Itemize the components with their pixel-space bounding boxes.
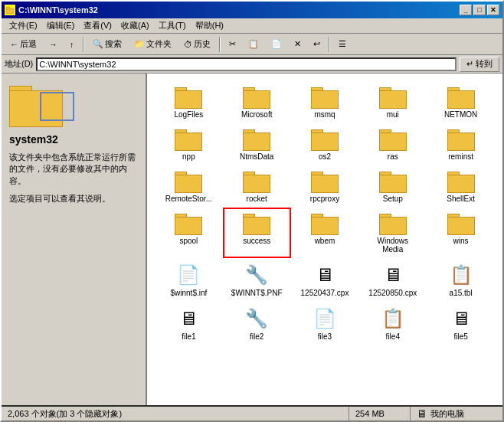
close-button[interactable]: ✕ [487, 5, 499, 15]
file-label: 12520437.cpx [301, 289, 349, 297]
file-item[interactable]: reminst [428, 125, 493, 164]
go-button[interactable]: ↵ 转到 [460, 57, 499, 72]
window-title: C:\WINNT\system32 [18, 5, 98, 15]
file-label: reminst [448, 152, 473, 161]
file-item[interactable]: 🔧 file2 [224, 303, 290, 344]
file-label: LogFiles [174, 110, 203, 119]
folder-large-icon [9, 81, 70, 127]
address-field[interactable]: C:\WINNT\system32 [36, 57, 457, 71]
file-item[interactable]: 🖥 12520850.cpx [360, 260, 425, 300]
up-button[interactable]: ↑ [64, 36, 80, 53]
file-item[interactable]: 📋 file4 [360, 303, 425, 344]
file-item[interactable]: rpcproxy [293, 167, 358, 206]
file-label: file5 [453, 332, 467, 341]
file-item[interactable]: Microsoft [224, 83, 290, 122]
folder-icon-small [175, 128, 202, 151]
folder-icon-small [243, 86, 270, 109]
file-item[interactable]: LogFiles [156, 83, 221, 122]
file-label: npp [182, 152, 195, 161]
back-button[interactable]: ← 后退 [5, 36, 42, 53]
file-label: msmq [314, 110, 335, 119]
folders-label: 文件夹 [146, 38, 172, 50]
history-button[interactable]: ⏱ 历史 [178, 36, 216, 53]
file-label: rpcproxy [310, 195, 339, 203]
menu-view[interactable]: 查看(V) [79, 18, 116, 33]
folder-icon-small [447, 212, 475, 235]
status-bar: 2,063 个对象(加 3 个隐藏对象) 254 MB 🖥 我的电脑 [2, 405, 502, 420]
folder-icon-small [243, 212, 270, 235]
file-item[interactable]: NtmsData [224, 125, 290, 164]
search-button[interactable]: 🔍 搜索 [87, 36, 127, 53]
copy-button[interactable]: 📋 [243, 36, 264, 53]
paste-button[interactable]: 📄 [266, 36, 287, 53]
folder-icon-small [311, 212, 339, 235]
file-item[interactable]: wins [428, 209, 493, 257]
status-count: 2,063 个对象(加 3 个隐藏对象) [2, 407, 349, 420]
menu-favorites[interactable]: 收藏(A) [116, 18, 154, 33]
file-item[interactable]: wbem [293, 209, 358, 257]
menu-tools[interactable]: 工具(T) [154, 18, 191, 33]
file-label: NtmsData [240, 152, 273, 161]
up-icon: ↑ [70, 40, 74, 49]
file-item[interactable]: os2 [293, 125, 358, 164]
folder-icon-small [175, 170, 202, 193]
file-area[interactable]: LogFiles Microsoft msmq mui [147, 74, 502, 405]
folder-icon-small [447, 128, 475, 151]
file-label: Microsoft [241, 110, 273, 119]
file-item[interactable]: rocket [224, 167, 290, 206]
file-item[interactable]: Setup [360, 167, 425, 206]
delete-button[interactable]: ✕ [289, 36, 306, 53]
address-bar: 地址(D) C:\WINNT\system32 ↵ 转到 [2, 55, 502, 74]
file-item[interactable]: NETMON [428, 83, 493, 122]
forward-button[interactable]: → [44, 36, 63, 53]
file-item[interactable]: npp [156, 125, 221, 164]
folders-button[interactable]: 📁 文件夹 [129, 36, 177, 53]
file-label: wbem [315, 237, 335, 245]
undo-button[interactable]: ↩ [308, 36, 326, 53]
file-item[interactable]: mui [360, 83, 425, 122]
file-label: 12520850.cpx [368, 289, 417, 297]
title-bar: C:\WINNT\system32 _ □ ✕ [2, 2, 502, 18]
file-item[interactable]: 🔧 $WINNT$.PNF [224, 260, 290, 300]
file-item[interactable]: success [224, 209, 290, 257]
file-item[interactable]: msmq [293, 83, 358, 122]
file-label: success [243, 237, 270, 245]
file-item[interactable]: ShellExt [428, 167, 493, 206]
file-label: Setup [383, 195, 403, 203]
file-label: os2 [319, 152, 331, 161]
folder-icon-small [243, 170, 270, 193]
menu-edit[interactable]: 编辑(E) [42, 18, 80, 33]
go-arrow-icon: ↵ [466, 59, 473, 68]
views-button[interactable]: ☰ [333, 36, 352, 53]
minimize-button[interactable]: _ [460, 5, 472, 15]
folder-icon-small [243, 128, 270, 151]
file-item[interactable]: ras [360, 125, 425, 164]
file-item[interactable]: 📄 file3 [293, 303, 358, 344]
search-label: 搜索 [105, 38, 122, 50]
panel-folder-name: system32 [9, 133, 138, 146]
folder-icon-small [311, 128, 339, 151]
file-item[interactable]: 📄 $winnt$.inf [156, 260, 221, 300]
file-label: wins [453, 237, 469, 245]
file-item[interactable]: 🖥 file1 [156, 303, 221, 344]
menu-file[interactable]: 文件(E) [5, 18, 42, 33]
file-label: RemoteStor... [165, 195, 212, 203]
title-bar-left: C:\WINNT\system32 [5, 5, 98, 15]
menu-help[interactable]: 帮助(H) [191, 18, 228, 33]
cut-button[interactable]: ✂ [224, 36, 241, 53]
maximize-button[interactable]: □ [473, 5, 486, 15]
folder-grid: LogFiles Microsoft msmq mui [153, 80, 496, 347]
toolbar: ← 后退 → ↑ 🔍 搜索 📁 文件夹 ⏱ 历史 ✂ 📋 📄 ✕ ↩ ☰ [2, 34, 502, 55]
file-item[interactable]: spool [156, 209, 221, 257]
file-item[interactable]: 🖥 file5 [428, 303, 493, 344]
folder-icon-small [311, 170, 339, 193]
file-label: NETMON [444, 110, 477, 119]
file-item[interactable]: 📋 a15.tbl [428, 260, 493, 300]
file-item[interactable]: 🖥 12520437.cpx [293, 260, 358, 300]
folder-icon-small [175, 212, 202, 235]
file-icon: 📄 [176, 263, 201, 287]
file-item[interactable]: Windows Media [360, 209, 425, 257]
svg-rect-1 [6, 7, 10, 9]
computer-icon: 🖥 [417, 407, 427, 420]
file-item[interactable]: RemoteStor... [156, 167, 221, 206]
